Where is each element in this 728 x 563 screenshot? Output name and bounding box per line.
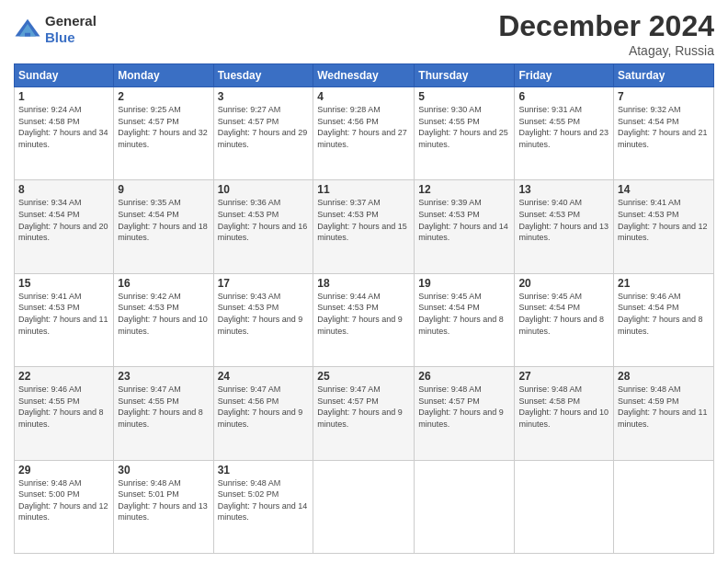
day-cell-15: 15 Sunrise: 9:41 AMSunset: 4:53 PMDaylig… [15,273,114,366]
logo-text: General Blue [45,13,97,46]
col-sunday: Sunday [15,64,114,87]
empty-cell-1 [313,460,415,553]
header: General Blue December 2024 Atagay, Russi… [14,9,714,58]
col-monday: Monday [114,64,213,87]
month-title: December 2024 [498,9,714,43]
day-cell-27: 27 Sunrise: 9:48 AMSunset: 4:58 PMDaylig… [515,367,614,460]
week-row-3: 15 Sunrise: 9:41 AMSunset: 4:53 PMDaylig… [15,273,714,366]
calendar-body: 1 Sunrise: 9:24 AMSunset: 4:58 PMDayligh… [15,87,714,554]
page: General Blue December 2024 Atagay, Russi… [0,0,728,563]
day-cell-11: 11 Sunrise: 9:37 AMSunset: 4:53 PMDaylig… [313,180,415,273]
week-row-2: 8 Sunrise: 9:34 AMSunset: 4:54 PMDayligh… [15,180,714,273]
calendar-header-row: Sunday Monday Tuesday Wednesday Thursday… [15,64,714,87]
col-saturday: Saturday [614,64,714,87]
day-cell-19: 19 Sunrise: 9:45 AMSunset: 4:54 PMDaylig… [415,273,515,366]
svg-rect-2 [25,33,30,37]
day-cell-21: 21 Sunrise: 9:46 AMSunset: 4:54 PMDaylig… [614,273,714,366]
day-cell-30: 30 Sunrise: 9:48 AMSunset: 5:01 PMDaylig… [114,460,213,553]
empty-cell-3 [515,460,614,553]
week-row-5: 29 Sunrise: 9:48 AMSunset: 5:00 PMDaylig… [15,460,714,553]
location: Atagay, Russia [498,43,714,58]
day-cell-23: 23 Sunrise: 9:47 AMSunset: 4:55 PMDaylig… [114,367,213,460]
day-cell-9: 9 Sunrise: 9:35 AMSunset: 4:54 PMDayligh… [114,180,213,273]
day-cell-28: 28 Sunrise: 9:48 AMSunset: 4:59 PMDaylig… [614,367,714,460]
day-cell-29: 29 Sunrise: 9:48 AMSunset: 5:00 PMDaylig… [15,460,114,553]
week-row-4: 22 Sunrise: 9:46 AMSunset: 4:55 PMDaylig… [15,367,714,460]
col-thursday: Thursday [415,64,515,87]
day-cell-1: 1 Sunrise: 9:24 AMSunset: 4:58 PMDayligh… [15,87,114,180]
day-cell-13: 13 Sunrise: 9:40 AMSunset: 4:53 PMDaylig… [515,180,614,273]
day-cell-10: 10 Sunrise: 9:36 AMSunset: 4:53 PMDaylig… [213,180,313,273]
title-block: December 2024 Atagay, Russia [498,9,714,58]
day-cell-31: 31 Sunrise: 9:48 AMSunset: 5:02 PMDaylig… [213,460,313,553]
day-cell-12: 12 Sunrise: 9:39 AMSunset: 4:53 PMDaylig… [415,180,515,273]
day-cell-6: 6 Sunrise: 9:31 AMSunset: 4:55 PMDayligh… [515,87,614,180]
day-cell-18: 18 Sunrise: 9:44 AMSunset: 4:53 PMDaylig… [313,273,415,366]
day-cell-3: 3 Sunrise: 9:27 AMSunset: 4:57 PMDayligh… [213,87,313,180]
logo: General Blue [14,13,97,46]
day-cell-8: 8 Sunrise: 9:34 AMSunset: 4:54 PMDayligh… [15,180,114,273]
day-cell-7: 7 Sunrise: 9:32 AMSunset: 4:54 PMDayligh… [614,87,714,180]
day-cell-26: 26 Sunrise: 9:48 AMSunset: 4:57 PMDaylig… [415,367,515,460]
empty-cell-2 [415,460,515,553]
logo-icon [14,16,41,43]
day-cell-17: 17 Sunrise: 9:43 AMSunset: 4:53 PMDaylig… [213,273,313,366]
col-friday: Friday [515,64,614,87]
col-tuesday: Tuesday [213,64,313,87]
day-cell-2: 2 Sunrise: 9:25 AMSunset: 4:57 PMDayligh… [114,87,213,180]
day-cell-4: 4 Sunrise: 9:28 AMSunset: 4:56 PMDayligh… [313,87,415,180]
calendar: Sunday Monday Tuesday Wednesday Thursday… [14,63,714,554]
col-wednesday: Wednesday [313,64,415,87]
empty-cell-4 [614,460,714,553]
day-cell-20: 20 Sunrise: 9:45 AMSunset: 4:54 PMDaylig… [515,273,614,366]
day-cell-25: 25 Sunrise: 9:47 AMSunset: 4:57 PMDaylig… [313,367,415,460]
day-cell-22: 22 Sunrise: 9:46 AMSunset: 4:55 PMDaylig… [15,367,114,460]
day-cell-16: 16 Sunrise: 9:42 AMSunset: 4:53 PMDaylig… [114,273,213,366]
day-cell-5: 5 Sunrise: 9:30 AMSunset: 4:55 PMDayligh… [415,87,515,180]
day-cell-14: 14 Sunrise: 9:41 AMSunset: 4:53 PMDaylig… [614,180,714,273]
day-cell-24: 24 Sunrise: 9:47 AMSunset: 4:56 PMDaylig… [213,367,313,460]
week-row-1: 1 Sunrise: 9:24 AMSunset: 4:58 PMDayligh… [15,87,714,180]
